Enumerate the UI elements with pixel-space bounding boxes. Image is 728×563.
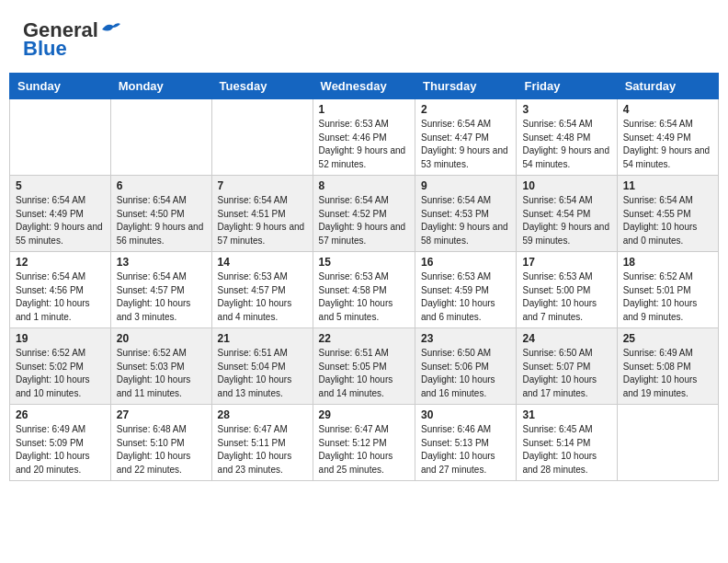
calendar-cell: 21Sunrise: 6:51 AMSunset: 5:04 PMDayligh… [211,328,313,405]
calendar-cell [110,99,211,176]
calendar-week-row: 19Sunrise: 6:52 AMSunset: 5:02 PMDayligh… [10,328,719,405]
weekday-header-monday: Monday [110,74,211,99]
day-number: 29 [319,408,409,421]
day-info: Sunrise: 6:54 AMSunset: 4:56 PMDaylight:… [16,270,105,324]
calendar-cell: 5Sunrise: 6:54 AMSunset: 4:49 PMDaylight… [10,176,111,252]
calendar-cell: 25Sunrise: 6:49 AMSunset: 5:08 PMDayligh… [617,328,718,405]
day-number: 10 [522,179,610,192]
day-number: 17 [522,256,610,269]
weekday-header-thursday: Thursday [415,74,517,99]
day-info: Sunrise: 6:45 AMSunset: 5:14 PMDaylight:… [522,423,610,477]
calendar-cell [10,99,111,176]
day-info: Sunrise: 6:54 AMSunset: 4:57 PMDaylight:… [117,270,206,324]
day-info: Sunrise: 6:54 AMSunset: 4:51 PMDaylight:… [218,194,307,247]
weekday-header-row: SundayMondayTuesdayWednesdayThursdayFrid… [10,74,719,99]
day-info: Sunrise: 6:54 AMSunset: 4:49 PMDaylight:… [16,194,105,247]
calendar-cell: 15Sunrise: 6:53 AMSunset: 4:58 PMDayligh… [313,252,415,328]
calendar-cell: 6Sunrise: 6:54 AMSunset: 4:50 PMDaylight… [110,176,211,252]
day-info: Sunrise: 6:54 AMSunset: 4:47 PMDaylight:… [421,118,510,171]
weekday-header-sunday: Sunday [10,74,111,99]
calendar-cell: 16Sunrise: 6:53 AMSunset: 4:59 PMDayligh… [415,252,517,328]
calendar-table: SundayMondayTuesdayWednesdayThursdayFrid… [9,73,719,481]
day-info: Sunrise: 6:53 AMSunset: 4:59 PMDaylight:… [421,270,510,324]
calendar-cell: 19Sunrise: 6:52 AMSunset: 5:02 PMDayligh… [10,328,111,405]
day-info: Sunrise: 6:53 AMSunset: 5:00 PMDaylight:… [522,270,610,324]
day-info: Sunrise: 6:47 AMSunset: 5:11 PMDaylight:… [218,423,307,477]
day-info: Sunrise: 6:54 AMSunset: 4:48 PMDaylight:… [522,118,610,171]
calendar-cell: 31Sunrise: 6:45 AMSunset: 5:14 PMDayligh… [517,405,617,481]
day-info: Sunrise: 6:54 AMSunset: 4:55 PMDaylight:… [623,194,712,247]
day-number: 26 [16,408,105,421]
calendar-cell: 27Sunrise: 6:48 AMSunset: 5:10 PMDayligh… [110,405,211,481]
logo-bird-icon [100,20,120,37]
day-number: 5 [16,179,105,192]
day-number: 3 [522,103,610,116]
day-info: Sunrise: 6:51 AMSunset: 5:04 PMDaylight:… [218,347,307,400]
calendar-cell: 17Sunrise: 6:53 AMSunset: 5:00 PMDayligh… [517,252,617,328]
calendar-week-row: 26Sunrise: 6:49 AMSunset: 5:09 PMDayligh… [10,405,719,481]
calendar-cell: 22Sunrise: 6:51 AMSunset: 5:05 PMDayligh… [313,328,415,405]
calendar-week-row: 5Sunrise: 6:54 AMSunset: 4:49 PMDaylight… [10,176,719,252]
day-number: 2 [421,103,510,116]
day-number: 30 [421,408,510,421]
calendar-cell: 13Sunrise: 6:54 AMSunset: 4:57 PMDayligh… [110,252,211,328]
calendar-cell: 18Sunrise: 6:52 AMSunset: 5:01 PMDayligh… [617,252,718,328]
day-info: Sunrise: 6:53 AMSunset: 4:57 PMDaylight:… [218,270,307,324]
calendar-cell: 3Sunrise: 6:54 AMSunset: 4:48 PMDaylight… [517,99,617,176]
weekday-header-saturday: Saturday [617,74,718,99]
day-info: Sunrise: 6:50 AMSunset: 5:06 PMDaylight:… [421,347,510,400]
day-info: Sunrise: 6:54 AMSunset: 4:50 PMDaylight:… [117,194,206,247]
day-number: 16 [421,256,510,269]
calendar-cell [211,99,313,176]
day-number: 20 [117,332,206,345]
calendar-cell: 4Sunrise: 6:54 AMSunset: 4:49 PMDaylight… [617,99,718,176]
calendar-cell: 30Sunrise: 6:46 AMSunset: 5:13 PMDayligh… [415,405,517,481]
calendar-cell: 26Sunrise: 6:49 AMSunset: 5:09 PMDayligh… [10,405,111,481]
day-number: 24 [522,332,610,345]
day-info: Sunrise: 6:54 AMSunset: 4:54 PMDaylight:… [522,194,610,247]
day-number: 9 [421,179,510,192]
day-number: 31 [522,408,610,421]
logo: General Blue [23,18,120,61]
calendar-cell: 29Sunrise: 6:47 AMSunset: 5:12 PMDayligh… [313,405,415,481]
day-number: 22 [319,332,409,345]
calendar-cell: 1Sunrise: 6:53 AMSunset: 4:46 PMDaylight… [313,99,415,176]
day-info: Sunrise: 6:48 AMSunset: 5:10 PMDaylight:… [117,423,206,477]
calendar-cell: 9Sunrise: 6:54 AMSunset: 4:53 PMDaylight… [415,176,517,252]
day-number: 28 [218,408,307,421]
day-info: Sunrise: 6:47 AMSunset: 5:12 PMDaylight:… [319,423,409,477]
calendar-cell: 20Sunrise: 6:52 AMSunset: 5:03 PMDayligh… [110,328,211,405]
day-number: 23 [421,332,510,345]
day-number: 6 [117,179,206,192]
calendar-week-row: 12Sunrise: 6:54 AMSunset: 4:56 PMDayligh… [10,252,719,328]
weekday-header-wednesday: Wednesday [313,74,415,99]
day-number: 19 [16,332,105,345]
day-info: Sunrise: 6:52 AMSunset: 5:03 PMDaylight:… [117,347,206,400]
calendar-cell: 12Sunrise: 6:54 AMSunset: 4:56 PMDayligh… [10,252,111,328]
calendar-cell: 24Sunrise: 6:50 AMSunset: 5:07 PMDayligh… [517,328,617,405]
day-info: Sunrise: 6:54 AMSunset: 4:52 PMDaylight:… [319,194,409,247]
calendar-cell: 14Sunrise: 6:53 AMSunset: 4:57 PMDayligh… [211,252,313,328]
day-number: 12 [16,256,105,269]
calendar-cell [617,405,718,481]
page-header: General Blue [9,9,719,65]
calendar-cell: 2Sunrise: 6:54 AMSunset: 4:47 PMDaylight… [415,99,517,176]
day-info: Sunrise: 6:52 AMSunset: 5:01 PMDaylight:… [623,270,712,324]
logo-blue-text: Blue [23,37,67,61]
calendar-cell: 28Sunrise: 6:47 AMSunset: 5:11 PMDayligh… [211,405,313,481]
calendar-cell: 11Sunrise: 6:54 AMSunset: 4:55 PMDayligh… [617,176,718,252]
day-info: Sunrise: 6:51 AMSunset: 5:05 PMDaylight:… [319,347,409,400]
day-number: 4 [623,103,712,116]
day-number: 14 [218,256,307,269]
day-info: Sunrise: 6:54 AMSunset: 4:53 PMDaylight:… [421,194,510,247]
day-number: 21 [218,332,307,345]
day-number: 13 [117,256,206,269]
calendar-cell: 10Sunrise: 6:54 AMSunset: 4:54 PMDayligh… [517,176,617,252]
day-number: 7 [218,179,307,192]
day-number: 11 [623,179,712,192]
calendar-week-row: 1Sunrise: 6:53 AMSunset: 4:46 PMDaylight… [10,99,719,176]
day-number: 25 [623,332,712,345]
calendar-cell: 7Sunrise: 6:54 AMSunset: 4:51 PMDaylight… [211,176,313,252]
day-info: Sunrise: 6:52 AMSunset: 5:02 PMDaylight:… [16,347,105,400]
day-info: Sunrise: 6:53 AMSunset: 4:58 PMDaylight:… [319,270,409,324]
